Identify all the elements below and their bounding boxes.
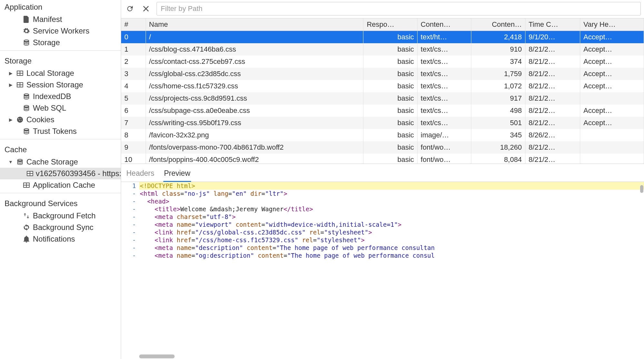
- table-row[interactable]: 5/css/projects-css.9c8d9591.cssbasictext…: [121, 92, 644, 105]
- code-line[interactable]: -<html class="no-js" lang="en" dir="ltr"…: [121, 190, 644, 197]
- line-gutter[interactable]: -: [121, 236, 139, 244]
- svg-rect-18: [27, 174, 30, 175]
- line-gutter[interactable]: -: [121, 228, 139, 236]
- line-gutter[interactable]: -: [121, 197, 139, 205]
- sidebar-item-local-storage[interactable]: ▶ Local Storage: [0, 67, 121, 79]
- cell-name: /css/global-css.c23d85dc.css: [146, 68, 363, 80]
- cell-vary: Accept…: [580, 31, 644, 44]
- cell-content-type: text/cs…: [417, 80, 471, 92]
- table-row[interactable]: 4/css/home-css.f1c57329.cssbasictext/cs……: [121, 80, 644, 92]
- expand-arrow-icon[interactable]: ▶: [8, 82, 14, 87]
- cell-name: /css/writing-css.95b0f179.css: [146, 117, 363, 129]
- col-content-length[interactable]: Conten…: [471, 18, 525, 31]
- cell-index: 2: [121, 55, 146, 68]
- line-gutter[interactable]: -: [121, 252, 139, 259]
- sidebar-item-websql[interactable]: ▶ Web SQL: [0, 102, 121, 114]
- preview-panel[interactable]: 1<!DOCTYPE html>-<html class="no-js" lan…: [121, 182, 644, 359]
- svg-rect-17: [30, 172, 33, 173]
- sidebar-item-indexeddb[interactable]: ▶ IndexedDB: [0, 91, 121, 102]
- cell-time: 8/21/2…: [525, 117, 580, 129]
- cell-response: basic: [363, 31, 417, 44]
- sidebar-item-trust-tokens[interactable]: ▶ Trust Tokens: [0, 125, 121, 137]
- code-line[interactable]: - <meta charset="utf-8">: [121, 213, 644, 221]
- expand-arrow-icon[interactable]: ▶: [8, 117, 14, 122]
- line-gutter[interactable]: -: [121, 244, 139, 252]
- col-name[interactable]: Name: [146, 18, 363, 31]
- code-line[interactable]: - <title>Welcome &mdash;Jeremy Wagner</t…: [121, 205, 644, 213]
- cell-name: /css/home-css.f1c57329.css: [146, 80, 363, 92]
- cell-content-type: text/cs…: [417, 43, 471, 55]
- cell-content-length: 18,260: [471, 141, 525, 154]
- table-row[interactable]: 2/css/contact-css.275ceb97.cssbasictext/…: [121, 55, 644, 68]
- cell-response: basic: [363, 141, 417, 154]
- col-index[interactable]: #: [121, 18, 146, 31]
- table-row[interactable]: 10/fonts/poppins-400.40c005c9.woff2basic…: [121, 154, 644, 164]
- col-vary-header[interactable]: Vary He…: [580, 18, 644, 31]
- table-icon: [23, 183, 30, 188]
- sidebar-item-notifications[interactable]: ▶ Notifications: [0, 233, 121, 245]
- sidebar-item-manifest[interactable]: ▶ Manifest: [0, 14, 121, 25]
- cell-content-type: image/…: [417, 129, 471, 141]
- code-line[interactable]: - <head>: [121, 197, 644, 205]
- sidebar-item-label: Manifest: [33, 15, 62, 24]
- cache-entries-table: # Name Respo… Conten… Conten… Time C… Va…: [121, 18, 644, 164]
- horizontal-scrollbar[interactable]: [139, 354, 640, 358]
- cell-time: 8/21/2…: [525, 80, 580, 92]
- cell-time: 8/21/2…: [525, 55, 580, 68]
- cell-time: 8/26/2…: [525, 129, 580, 141]
- expand-arrow-icon[interactable]: ▶: [8, 71, 14, 76]
- table-row[interactable]: 9/fonts/overpass-mono-700.4b8617db.woff2…: [121, 141, 644, 154]
- line-gutter[interactable]: -: [121, 190, 139, 197]
- sidebar-item-service-workers[interactable]: ▶ Service Workers: [0, 25, 121, 37]
- table-row[interactable]: 3/css/global-css.c23d85dc.cssbasictext/c…: [121, 68, 644, 80]
- collapse-arrow-icon[interactable]: ▼: [8, 159, 14, 165]
- sidebar-item-background-fetch[interactable]: ▶ Background Fetch: [0, 210, 121, 222]
- code-line[interactable]: - <meta name="description" content="The …: [121, 244, 644, 252]
- sidebar-item-background-sync[interactable]: ▶ Background Sync: [0, 222, 121, 233]
- sidebar-item-cache-entry[interactable]: ▶ v1625760393456 - https://je: [0, 168, 121, 179]
- sidebar-item-cache-storage[interactable]: ▼ Cache Storage: [0, 156, 121, 168]
- table-row[interactable]: 0/basictext/ht…2,4189/1/20…Accept…: [121, 31, 644, 44]
- cell-index: 3: [121, 68, 146, 80]
- code-line[interactable]: - <link href="/css/global-css.c23d85dc.c…: [121, 228, 644, 236]
- cell-time: 8/21/2…: [525, 141, 580, 154]
- sidebar-item-storage[interactable]: ▶ Storage: [0, 37, 121, 48]
- code-line[interactable]: - <link href="/css/home-css.f1c57329.css…: [121, 236, 644, 244]
- horizontal-scrollbar-thumb[interactable]: [139, 354, 175, 358]
- refresh-button[interactable]: [124, 3, 135, 14]
- code-line[interactable]: - <meta name="viewport" content="width=d…: [121, 221, 644, 228]
- table-row[interactable]: 8/favicon-32x32.pngbasicimage/…3458/26/2…: [121, 129, 644, 141]
- code-line[interactable]: 1<!DOCTYPE html>: [121, 182, 644, 190]
- col-response[interactable]: Respo…: [363, 18, 417, 31]
- table-row[interactable]: 6/css/subpage-css.a0e0eabe.cssbasictext/…: [121, 105, 644, 117]
- delete-button[interactable]: [140, 3, 151, 14]
- gear-icon: [23, 27, 30, 35]
- sidebar-item-cookies[interactable]: ▶ Cookies: [0, 114, 121, 125]
- code-line[interactable]: - <meta name="og:description" content="T…: [121, 252, 644, 259]
- line-gutter[interactable]: -: [121, 205, 139, 213]
- col-time-cached[interactable]: Time C…: [525, 18, 580, 31]
- sidebar-item-application-cache[interactable]: ▶ Application Cache: [0, 179, 121, 191]
- col-content-type[interactable]: Conten…: [417, 18, 471, 31]
- line-gutter[interactable]: -: [121, 221, 139, 228]
- table-row[interactable]: 7/css/writing-css.95b0f179.cssbasictext/…: [121, 117, 644, 129]
- svg-rect-3: [17, 74, 20, 75]
- tab-headers[interactable]: Headers: [126, 167, 155, 182]
- code-content: <link href="/css/home-css.f1c57329.css" …: [139, 236, 644, 244]
- filter-input[interactable]: [157, 2, 641, 15]
- table-row[interactable]: 1/css/blog-css.47146ba6.cssbasictext/cs……: [121, 43, 644, 55]
- svg-rect-4: [20, 74, 23, 75]
- code-content: <meta name="description" content="The ho…: [139, 244, 644, 252]
- sidebar-item-label: Service Workers: [33, 26, 90, 35]
- tab-preview[interactable]: Preview: [163, 167, 191, 182]
- cell-name: /favicon-32x32.png: [146, 129, 363, 141]
- cell-content-type: text/cs…: [417, 92, 471, 105]
- sidebar-item-label: Notifications: [33, 234, 75, 244]
- line-gutter[interactable]: 1: [121, 182, 139, 190]
- sidebar-item-session-storage[interactable]: ▶ Session Storage: [0, 79, 121, 91]
- database-icon: [23, 105, 30, 112]
- cell-vary: [580, 141, 644, 154]
- line-gutter[interactable]: -: [121, 213, 139, 221]
- cell-index: 9: [121, 141, 146, 154]
- vertical-scrollbar-thumb[interactable]: [640, 185, 643, 193]
